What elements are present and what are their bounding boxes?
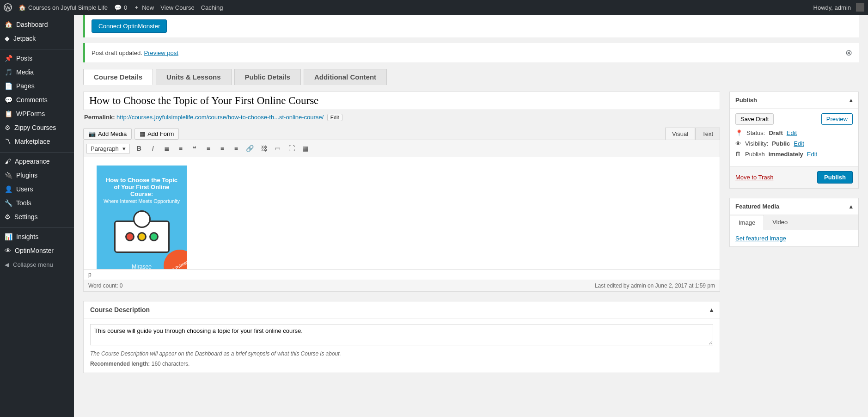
eye-icon: 👁	[735, 140, 741, 147]
course-title-input[interactable]	[89, 94, 714, 108]
permalink-link[interactable]: http://courses.joyfulsimplelife.com/cour…	[116, 114, 324, 121]
camera-icon: 📷	[88, 130, 96, 137]
sidebar-item-users[interactable]: 👤Users	[0, 182, 74, 196]
status-value: Draft	[769, 129, 782, 136]
align-left-button[interactable]: ≡	[202, 142, 215, 155]
howdy-link[interactable]: Howdy, admin	[813, 3, 864, 12]
card-line2: of Your First Online Course:	[103, 184, 180, 197]
sidebar-item-wpforms[interactable]: 📋WPForms	[0, 107, 74, 121]
sidebar-item-label: Comments	[16, 96, 48, 104]
course-description-header[interactable]: Course Description ▴	[84, 301, 720, 319]
editor-mode-tabs: Visual Text	[665, 128, 720, 140]
edit-permalink-button[interactable]: Edit	[327, 114, 342, 121]
preview-post-link[interactable]: Preview post	[144, 49, 178, 56]
sidebar-item-zippy-courses[interactable]: ⚙Zippy Courses	[0, 121, 74, 135]
align-center-button[interactable]: ≡	[216, 142, 229, 155]
tab-additional-content[interactable]: Additional Content	[304, 69, 387, 85]
align-right-button[interactable]: ≡	[230, 142, 243, 155]
italic-button[interactable]: I	[147, 142, 159, 155]
toolbar-toggle-button[interactable]: ▦	[299, 142, 312, 155]
collapse-label: Collapse menu	[13, 261, 53, 268]
publish-panel: Publish ▴ Save Draft Preview 📍 Status: D…	[729, 92, 859, 189]
publish-panel-header[interactable]: Publish ▴	[730, 92, 858, 109]
content-editor[interactable]: How to Choose the Topic of Your First On…	[83, 157, 720, 270]
jetpack-icon: ◆	[5, 35, 10, 42]
sidebar-item-posts[interactable]: 📌Posts	[0, 51, 74, 65]
sidebar-item-label: Marketplace	[15, 138, 50, 145]
collapse-menu[interactable]: ◀Collapse menu	[0, 258, 74, 272]
schedule-row: 🗓 Publish immediately Edit	[735, 151, 853, 158]
sidebar-item-label: Insights	[16, 233, 38, 240]
course-tabs: Course Details Units & Lessons Public De…	[83, 69, 859, 85]
sidebar-item-jetpack[interactable]: ◆Jetpack	[0, 31, 74, 45]
sidebar-item-insights[interactable]: 📊Insights	[0, 230, 74, 244]
caching-link[interactable]: Caching	[201, 4, 223, 11]
comments-count: 0	[124, 4, 127, 11]
visual-tab[interactable]: Visual	[665, 128, 695, 140]
last-edited: Last edited by admin on June 2, 2017 at …	[595, 282, 715, 289]
tab-course-details[interactable]: Course Details	[83, 69, 153, 85]
home-icon: 🏠	[18, 4, 26, 11]
set-featured-image-link[interactable]: Set featured image	[735, 235, 786, 242]
plug-icon: 🔌	[5, 172, 12, 179]
save-draft-button[interactable]: Save Draft	[735, 113, 774, 125]
course-card-image: How to Choose the Topic of Your First On…	[97, 166, 187, 270]
numbered-list-button[interactable]: ≡	[174, 142, 187, 155]
editor-path: p	[83, 270, 720, 280]
tab-image[interactable]: Image	[730, 215, 764, 230]
sidebar-item-appearance[interactable]: 🖌Appearance	[0, 154, 74, 168]
sidebar-item-label: Zippy Courses	[14, 124, 56, 131]
admin-sidebar: 🏠Dashboard ◆Jetpack 📌Posts 🎵Media 📄Pages…	[0, 15, 74, 417]
publish-button[interactable]: Publish	[817, 171, 853, 184]
sidebar-item-tools[interactable]: 🔧Tools	[0, 196, 74, 210]
read-more-button[interactable]: ▭	[271, 142, 284, 155]
chart-icon: 📊	[5, 233, 12, 240]
add-form-button[interactable]: ▦Add Form	[134, 128, 179, 140]
sidebar-item-optinmonster[interactable]: 👁OptinMonster	[0, 244, 74, 258]
unlink-button[interactable]: ⛓	[257, 142, 270, 155]
course-description-textarea[interactable]	[90, 324, 713, 345]
word-count: Word count: 0	[88, 282, 122, 289]
featured-media-header[interactable]: Featured Media ▴	[730, 198, 858, 215]
view-course-link[interactable]: View Course	[160, 4, 194, 11]
chevron-down-icon: ▾	[122, 145, 126, 152]
sidebar-item-marketplace[interactable]: 〽Marketplace	[0, 135, 74, 148]
text-tab[interactable]: Text	[695, 128, 720, 140]
fullscreen-button[interactable]: ⛶	[285, 142, 298, 155]
gauge-icon: 🏠	[5, 21, 12, 28]
comments-link[interactable]: 💬0	[114, 4, 127, 11]
card-line3: Where Interest Meets Opportunity	[103, 198, 180, 204]
edit-visibility-link[interactable]: Edit	[794, 140, 804, 147]
new-link[interactable]: ＋New	[134, 3, 154, 12]
bold-button[interactable]: B	[133, 142, 146, 155]
move-to-trash-link[interactable]: Move to Trash	[735, 174, 773, 181]
paragraph-format-select[interactable]: Paragraph▾	[86, 144, 130, 153]
tab-units-lessons[interactable]: Units & Lessons	[156, 69, 232, 85]
sidebar-item-label: Plugins	[16, 172, 37, 179]
add-media-button[interactable]: 📷Add Media	[83, 128, 132, 140]
dismiss-notice-icon[interactable]: ⊗	[845, 48, 852, 58]
wp-logo-icon[interactable]	[4, 3, 12, 12]
sidebar-item-settings[interactable]: ⚙Settings	[0, 210, 74, 224]
tab-public-details[interactable]: Public Details	[234, 69, 301, 85]
site-name-link[interactable]: 🏠Courses on Joyful Simple Life	[18, 4, 108, 11]
sidebar-item-dashboard[interactable]: 🏠Dashboard	[0, 18, 74, 31]
status-row: 📍 Status: Draft Edit	[735, 129, 853, 136]
bullet-list-button[interactable]: ≣	[160, 142, 173, 155]
publish-title: Publish	[735, 97, 757, 104]
edit-status-link[interactable]: Edit	[787, 129, 797, 136]
edit-schedule-link[interactable]: Edit	[807, 151, 817, 158]
sidebar-item-media[interactable]: 🎵Media	[0, 65, 74, 79]
connect-optinmonster-button[interactable]: Connect OptinMonster	[92, 19, 167, 33]
new-label: New	[142, 4, 154, 11]
sidebar-item-pages[interactable]: 📄Pages	[0, 79, 74, 93]
chevron-up-icon: ▴	[710, 306, 713, 313]
blockquote-button[interactable]: ❝	[188, 142, 201, 155]
wrench-icon: 🔧	[5, 199, 12, 207]
preview-button[interactable]: Preview	[821, 113, 853, 125]
sidebar-item-plugins[interactable]: 🔌Plugins	[0, 168, 74, 182]
link-button[interactable]: 🔗	[244, 142, 257, 155]
tab-video[interactable]: Video	[764, 215, 796, 230]
sidebar-item-comments[interactable]: 💬Comments	[0, 93, 74, 107]
sidebar-item-label: Media	[16, 68, 34, 76]
